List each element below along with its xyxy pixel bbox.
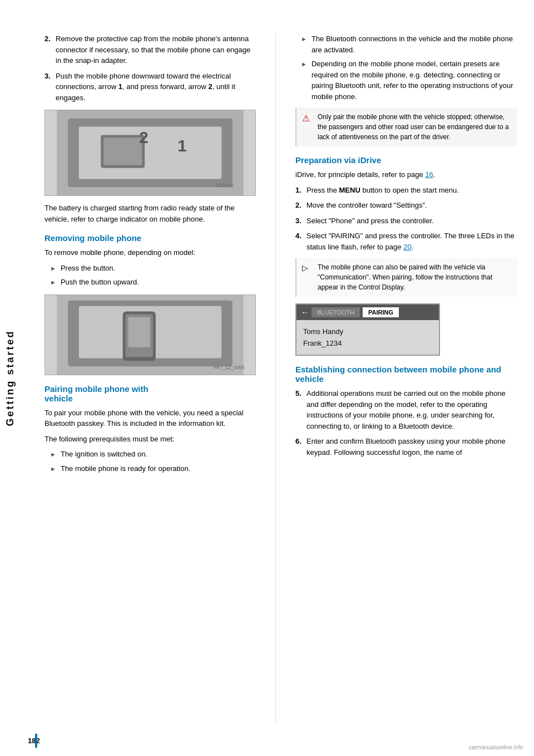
svg-rect-4 [103,138,142,165]
section-pairing-intro: To pair your mobile phone with the vehic… [44,408,256,429]
left-column: 2. Remove the protective cap from the mo… [44,33,256,723]
bullet-arrow-2: ► [50,278,56,288]
section-pairing-prereq: The following prerequisites must be met: [44,434,256,445]
step-5-text: Additional operations must be carried ou… [306,388,517,431]
step-5: 5. Additional operations must be carried… [295,388,517,431]
bullet-arrow-5: ► [301,35,307,55]
bt-item-2: Frank_1234 [303,337,432,349]
sidebar-label: Getting started [4,330,16,426]
step-3-text: Push the mobile phone downward toward th… [56,71,256,104]
svg-text:2: 2 [139,128,148,146]
bullet-phone-ready-text: The mobile phone is ready for operation. [61,463,190,474]
bullet-bluetooth-text: The Bluetooth connections in the vehicle… [312,33,517,55]
idrive-step-3-text: Select "Phone" and press the controller. [306,215,517,227]
bt-tab-pairing[interactable]: PAIRING [363,307,399,317]
step-6: 6. Enter and confirm Bluetooth passkey u… [295,436,517,458]
step-5-num: 5. [295,388,306,431]
sidebar: Getting started [0,22,39,734]
bt-header: ← BLUETOOTH PAIRING [296,305,439,320]
note-text: The mobile phone can also be paired with… [318,262,512,292]
image-1-caption: The battery is charged starting from rad… [44,203,256,224]
svg-rect-2 [79,127,222,179]
bullet-ignition-text: The ignition is switched on. [61,449,147,460]
bullet-bluetooth-presets: ► Depending on the mobile phone model, c… [295,58,517,102]
svg-text:S1010S: S1010S [216,183,234,188]
page-bar [35,734,37,748]
idrive-step-2: 2. Move the controller toward "Settings"… [295,200,517,211]
bullet-phone-ready: ► The mobile phone is ready for operatio… [44,463,256,474]
bluetooth-screen: ← BLUETOOTH PAIRING Toms Handy Frank_123… [295,303,440,356]
bt-tab-bluetooth[interactable]: BLUETOOTH [312,307,360,317]
section-removing-heading: Removing mobile phone [44,233,256,243]
svg-rect-13 [128,317,150,347]
idrive-step-2-num: 2. [295,200,306,211]
idrive-intro: iDrive, for principle details, refer to … [295,169,517,180]
bullet-push-button-text: Push the button upward. [61,277,139,288]
note-box: ▷ The mobile phone can also be paired wi… [295,258,517,297]
warning-text: Only pair the mobile phone with the vehi… [318,112,512,142]
bullet-push-button: ► Push the button upward. [44,277,256,288]
bullet-arrow-4: ► [50,464,56,474]
step-6-num: 6. [295,436,306,458]
idrive-step-4: 4. Select "PAIRING" and press the contro… [295,230,517,252]
idrive-step-3: 3. Select "Phone" and press the controll… [295,215,517,227]
step-3-num: 3. [44,71,56,104]
svg-text:PK7_12_0065: PK7_12_0065 [213,365,244,370]
note-icon: ▷ [302,262,313,292]
bullet-bluetooth-presets-text: Depending on the mobile phone model, cer… [312,58,517,102]
right-column: ► The Bluetooth connections in the vehic… [295,33,517,723]
bluetooth-icon: ← [301,308,309,317]
idrive-step-2-text: Move the controller toward "Settings". [306,200,517,211]
idrive-step-1-num: 1. [295,185,306,196]
bullet-press-button: ► Press the button. [44,263,256,274]
step-2-text: Remove the protective cap from the mobil… [56,33,256,66]
warning-icon: ⚠ [302,112,313,142]
bt-item-1: Toms Handy [303,326,432,337]
svg-text:1: 1 [177,136,186,155]
idrive-step-1: 1. Press the MENU button to open the sta… [295,185,517,196]
step-3: 3. Push the mobile phone downward toward… [44,71,256,104]
idrive-step-4-num: 4. [295,230,306,252]
step-2-num: 2. [44,33,56,66]
bullet-arrow-3: ► [50,450,56,460]
watermark: carmanualsonline.info [469,744,523,750]
section-pairing-heading: Pairing mobile phone withvehicle [44,384,256,403]
warning-box: ⚠ Only pair the mobile phone with the ve… [295,107,517,146]
image-1: 1 2 S1010S [44,110,256,196]
image-2-svg: PK7_12_0065 [45,295,255,375]
page-ref-16[interactable]: 16 [425,170,433,179]
idrive-step-1-text: Press the MENU button to open the start … [306,185,517,196]
bullet-bluetooth-activated: ► The Bluetooth connections in the vehic… [295,33,517,55]
section-establishing-heading: Establishing connection between mobile p… [295,365,517,384]
step-6-text: Enter and confirm Bluetooth passkey usin… [306,436,517,458]
step-2: 2. Remove the protective cap from the mo… [44,33,256,66]
idrive-step-4-text: Select "PAIRING" and press the controlle… [306,230,517,252]
idrive-step-3-num: 3. [295,215,306,227]
bullet-press-button-text: Press the button. [61,263,115,274]
page-ref-20[interactable]: 20 [403,243,411,251]
content-area: 2. Remove the protective cap from the mo… [39,22,534,734]
column-divider [275,33,276,723]
bt-body: Toms Handy Frank_1234 [296,320,439,355]
section-idrive-heading: Preparation via iDrive [295,155,517,165]
image-2: PK7_12_0065 [44,294,256,375]
section-removing-intro: To remove mobile phone, depending on mod… [44,247,256,258]
bullet-arrow-6: ► [301,60,307,102]
image-1-svg: 1 2 S1010S [45,110,255,195]
page-number: 182 [28,737,40,745]
bullet-arrow-1: ► [50,264,56,274]
bullet-ignition: ► The ignition is switched on. [44,449,256,460]
